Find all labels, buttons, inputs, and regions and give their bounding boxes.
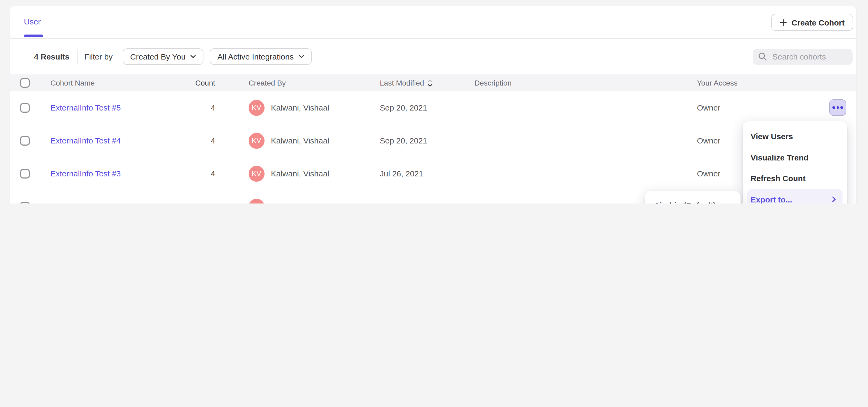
avatar: KV	[249, 132, 265, 149]
search-icon	[758, 52, 767, 61]
integrations-filter-dropdown[interactable]: All Active Integrations	[210, 49, 312, 65]
creator-name: Kalwani, Vishaal	[271, 103, 329, 112]
cohorts-page: User Create Cohort 4 Results Filter by C…	[0, 0, 868, 204]
table-row: ExternalInfo Test #4 4 KV Kalwani, Visha…	[10, 124, 856, 157]
cohort-name-link[interactable]: ExternalInfo Test #2	[51, 202, 121, 204]
creator-name: Kalwani, Vishaal	[271, 136, 329, 145]
search-input[interactable]	[771, 52, 847, 62]
cohort-count: 4	[173, 103, 215, 112]
table-header: Cohort Name Count Created By Last Modifi…	[10, 74, 856, 91]
header-description: Description	[474, 79, 697, 87]
last-modified-date: Sep 20, 2021	[380, 136, 474, 145]
tab-bar: User Create Cohort	[10, 6, 856, 39]
menu-item-refresh-count[interactable]: Refresh Count	[743, 168, 847, 189]
export-submenu: Airship (Default) Marketo (Default) Braz…	[645, 191, 741, 204]
chevron-right-icon	[832, 196, 836, 203]
avatar: KV	[249, 100, 265, 116]
search-box[interactable]	[753, 49, 852, 65]
select-all-checkbox[interactable]	[20, 78, 30, 88]
create-cohort-button[interactable]: Create Cohort	[771, 14, 853, 31]
cohort-count: 4	[173, 169, 215, 178]
filter-by-label: Filter by	[84, 52, 113, 61]
creator-name: Kalwani, Vishaal	[271, 202, 329, 204]
created-by-filter-dropdown[interactable]: Created By You	[123, 49, 204, 65]
integrations-filter-label: All Active Integrations	[218, 52, 294, 61]
filter-toolbar: 4 Results Filter by Created By You All A…	[10, 39, 856, 74]
avatar: KV	[249, 198, 265, 204]
menu-item-export-to[interactable]: Export to...	[747, 189, 842, 204]
row-checkbox[interactable]	[20, 103, 30, 113]
row-checkbox[interactable]	[20, 136, 30, 145]
results-count: 4 Results	[34, 52, 69, 61]
row-actions-button[interactable]	[829, 99, 846, 116]
header-created-by: Created By	[215, 79, 380, 87]
cohort-name-link[interactable]: ExternalInfo Test #5	[51, 103, 121, 112]
header-last-modified-label: Last Modified	[380, 79, 424, 87]
table-row: ExternalInfo Test #5 4 KV Kalwani, Visha…	[10, 91, 856, 124]
active-tab-underline	[24, 35, 43, 37]
row-checkbox[interactable]	[20, 201, 30, 204]
plus-icon	[780, 19, 787, 26]
last-modified-date: Jul 26, 2021	[380, 169, 474, 178]
last-modified-date: Jul 26, 2021	[380, 202, 474, 204]
header-cohort-name: Cohort Name	[40, 79, 173, 87]
header-last-modified[interactable]: Last Modified	[380, 79, 474, 87]
export-to-label: Export to...	[751, 195, 792, 204]
chevron-down-icon	[190, 55, 196, 58]
row-context-menu: View Users Visualize Trend Refresh Count…	[743, 121, 847, 204]
avatar: KV	[249, 165, 265, 182]
sort-icon	[427, 79, 433, 87]
menu-item-visualize-trend[interactable]: Visualize Trend	[743, 147, 847, 168]
cohort-name-link[interactable]: ExternalInfo Test #3	[51, 169, 121, 178]
header-your-access: Your Access	[697, 79, 793, 87]
tab-user[interactable]: User	[24, 17, 41, 26]
access-level: Owner	[697, 103, 793, 112]
last-modified-date: Sep 20, 2021	[380, 103, 474, 112]
chevron-down-icon	[298, 55, 304, 58]
cohort-count: 1	[173, 202, 215, 204]
menu-item-view-users[interactable]: View Users	[743, 126, 847, 147]
toolbar-divider	[77, 49, 77, 64]
row-checkbox[interactable]	[20, 169, 30, 178]
cohorts-card: User Create Cohort 4 Results Filter by C…	[10, 6, 856, 204]
cohort-count: 4	[173, 136, 215, 145]
header-count: Count	[173, 79, 215, 87]
submenu-item-airship[interactable]: Airship (Default)	[645, 195, 741, 204]
table-row: ExternalInfo Test #3 4 KV Kalwani, Visha…	[10, 157, 856, 190]
create-cohort-label: Create Cohort	[792, 18, 845, 27]
cohort-name-link[interactable]: ExternalInfo Test #4	[51, 136, 121, 145]
creator-name: Kalwani, Vishaal	[271, 169, 329, 178]
created-by-filter-label: Created By You	[130, 52, 186, 61]
